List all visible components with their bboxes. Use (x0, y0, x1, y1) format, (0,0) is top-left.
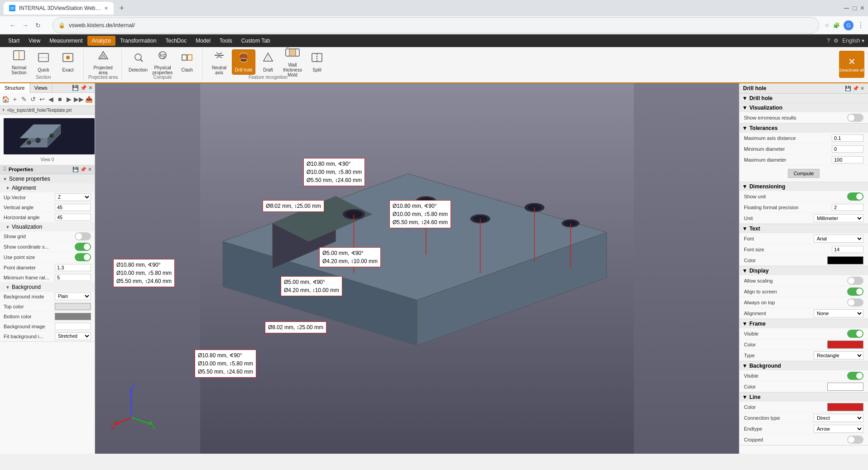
rp-viz-header[interactable]: ▼ Visualization (739, 103, 868, 112)
help-icon[interactable]: ? (827, 38, 830, 44)
structure-close-icon[interactable]: ✕ (88, 85, 93, 91)
tab-structure[interactable]: Structure (0, 83, 30, 93)
new-tab-button[interactable]: + (115, 2, 128, 14)
physical-props-button[interactable]: kg Physicalproperties (151, 49, 174, 75)
font-select[interactable]: ArialTimes New Roman (814, 235, 863, 243)
rp-tolerances-header[interactable]: ▼ Tolerances (739, 124, 868, 133)
rp-close-icon[interactable]: ✕ (860, 86, 864, 91)
menu-techdoc[interactable]: TechDoc (161, 36, 191, 46)
frame-visible-toggle[interactable] (847, 330, 863, 338)
align-to-screen-toggle[interactable] (847, 288, 863, 296)
scene-properties-header[interactable]: ▼ Scene properties (0, 174, 95, 183)
forward-button[interactable]: → (20, 20, 31, 31)
drill-hole-section-header[interactable]: ▼ Drill hole (739, 94, 868, 103)
export-icon[interactable]: 📤 (85, 95, 93, 104)
connection-type-select[interactable]: DirectOrthogonal (814, 414, 863, 422)
bg-visible-toggle[interactable] (847, 372, 863, 380)
3d-viewport[interactable]: Ø10.80 mm, ∢90°Ø10.00 mm, ↕5.80 mmØ5.50 … (95, 83, 739, 454)
structure-save-icon[interactable]: 💾 (72, 85, 79, 91)
max-axis-dist-input[interactable] (832, 134, 863, 142)
language-selector[interactable]: English ▾ (842, 38, 864, 44)
min-diameter-input[interactable] (832, 145, 863, 153)
rp-frame-header[interactable]: ▼ Frame (739, 319, 868, 328)
bookmark-icon[interactable]: ☆ (825, 22, 830, 29)
menu-tools[interactable]: Tools (215, 36, 237, 46)
address-bar[interactable]: 🔒 vsweb.kisters.de/internal/ (53, 17, 819, 34)
rp-line-header[interactable]: ▼ Line (739, 393, 868, 402)
text-color-swatch[interactable] (827, 256, 863, 264)
back-button[interactable]: ← (7, 20, 18, 31)
bg-mode-select[interactable]: PlainGradient (55, 293, 91, 300)
show-coordinate-toggle[interactable] (75, 243, 91, 251)
rp-dim-header[interactable]: ▼ Dimensioning (739, 182, 868, 191)
frame-type-select[interactable]: RectangleEllipseNone (814, 351, 863, 360)
normal-section-button[interactable]: NormalSection (7, 49, 31, 75)
deactivate-all-button[interactable]: ✕ Deactivate all (839, 51, 864, 78)
menu-start[interactable]: Start (4, 36, 24, 46)
tab-close-button[interactable]: × (105, 5, 108, 12)
show-grid-toggle[interactable] (75, 232, 91, 240)
browser-tab-active[interactable]: 3D INTERNAL 3DViewStation Web… × (4, 2, 114, 14)
up-vector-select[interactable]: ZXY (55, 193, 91, 201)
tab-views[interactable]: Views (30, 83, 53, 92)
background-header[interactable]: ▼ Background (0, 283, 95, 292)
quick-button[interactable]: Quick (32, 49, 55, 75)
show-erroneous-toggle[interactable] (847, 114, 863, 122)
use-point-size-toggle[interactable] (75, 253, 91, 261)
minimize-button[interactable]: ─ (844, 4, 849, 12)
props-pin-icon[interactable]: 📌 (80, 167, 86, 173)
refresh-icon[interactable]: ↺ (29, 95, 37, 104)
rp-save-icon[interactable]: 💾 (845, 86, 851, 91)
prev-icon[interactable]: ◀ (47, 95, 54, 104)
draft-button[interactable]: Draft (256, 49, 280, 75)
wall-thickness-button[interactable]: WallthicknessMold (281, 49, 304, 75)
cropped-toggle[interactable] (847, 436, 863, 444)
refresh-button[interactable]: ↻ (33, 20, 43, 31)
stop-icon[interactable]: ■ (56, 95, 63, 104)
maximize-button[interactable]: □ (853, 5, 856, 12)
max-diameter-input[interactable] (832, 156, 863, 163)
next-icon[interactable]: ▶▶ (74, 95, 83, 104)
home-icon[interactable]: 🏠 (2, 95, 10, 104)
profile-icon[interactable]: G (844, 20, 854, 30)
top-color-swatch[interactable] (55, 303, 91, 310)
settings-icon[interactable]: ⚙ (834, 38, 839, 44)
line-color-swatch[interactable] (827, 403, 863, 411)
close-button[interactable]: × (860, 4, 864, 12)
undo-icon[interactable]: ↩ (38, 95, 46, 104)
allow-scaling-toggle[interactable] (847, 277, 863, 285)
endtype-select[interactable]: ArrowNoneDot (814, 425, 863, 433)
min-frame-rate-input[interactable] (55, 274, 91, 281)
bottom-color-swatch[interactable] (55, 313, 91, 320)
neutral-axis-button[interactable]: Neutral axis (207, 49, 231, 75)
fit-bg-select[interactable]: StretchedFitTile (55, 332, 91, 340)
menu-transformation[interactable]: Transformation (115, 36, 161, 46)
extensions-icon[interactable]: 🧩 (833, 22, 840, 29)
alignment-select[interactable]: NoneLeftRightCenter (814, 309, 863, 317)
always-on-top-toggle[interactable] (847, 298, 863, 307)
clash-button[interactable]: Clash (175, 49, 199, 75)
unit-select[interactable]: MillimeterInch (814, 214, 863, 222)
play-icon[interactable]: ▶ (65, 95, 72, 104)
add-icon[interactable]: + (11, 95, 19, 104)
point-diameter-input[interactable] (55, 264, 91, 271)
menu-analyze[interactable]: Analyze (87, 36, 116, 46)
detection-button[interactable]: Detection (126, 49, 150, 75)
alignment-header[interactable]: ▼ Alignment (0, 183, 95, 192)
props-close-icon[interactable]: ✕ (88, 167, 92, 173)
compute-button[interactable]: Compute (788, 169, 820, 178)
bg-color-swatch[interactable] (827, 383, 863, 391)
menu-icon[interactable]: ⋮ (857, 21, 864, 29)
frame-color-swatch[interactable] (827, 341, 863, 349)
rp-display-header[interactable]: ▼ Display (739, 266, 868, 275)
split-button[interactable]: Split (305, 49, 329, 75)
horizontal-angle-input[interactable] (55, 214, 91, 221)
vertical-angle-input[interactable] (55, 204, 91, 211)
props-save-icon[interactable]: 💾 (72, 167, 79, 173)
font-size-input[interactable] (832, 246, 863, 253)
show-unit-toggle[interactable] (847, 192, 863, 201)
projected-button[interactable]: Projectedarea (91, 49, 115, 75)
menu-custom-tab[interactable]: Custom Tab (237, 36, 275, 46)
structure-pin-icon[interactable]: 📌 (80, 85, 87, 91)
bg-image-input[interactable] (55, 323, 91, 330)
